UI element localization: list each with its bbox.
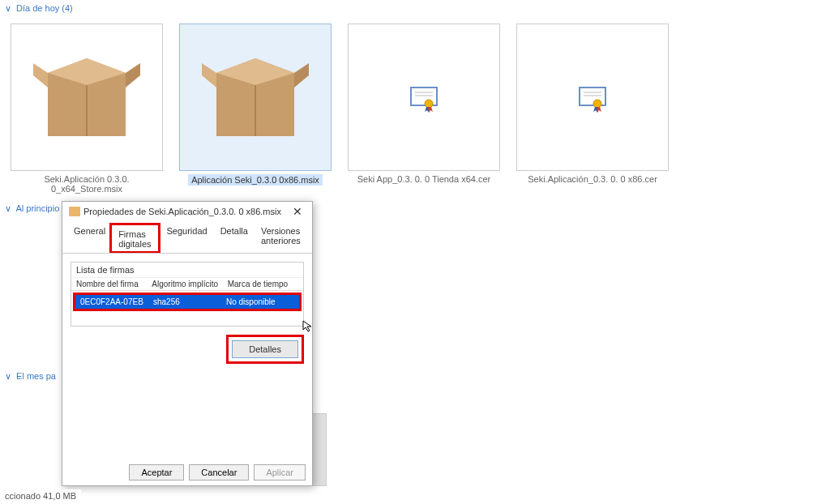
chevron-down-icon: ∨ [5, 3, 11, 14]
group-header-last-month[interactable]: ∨ El mes pa [0, 368, 61, 385]
apply-button[interactable]: Aplicar [254, 464, 306, 481]
status-bar: ccionado 41,0 MB [0, 489, 81, 504]
dialog-titlebar: Propiedades de Seki.Aplicación_0.3.0. 0 … [62, 202, 312, 221]
details-button[interactable]: Detalles [232, 340, 298, 358]
properties-dialog: Propiedades de Seki.Aplicación_0.3.0. 0 … [62, 201, 313, 486]
svg-marker-8 [294, 63, 309, 88]
sig-timestamp: No disponible [226, 297, 294, 306]
details-area: Detalles [71, 335, 304, 364]
file-label: Aplicación Seki_0.3.0 0x86.msix [188, 174, 323, 186]
tab-general[interactable]: General [67, 223, 112, 253]
file-label: Seki App_0.3. 0. 0 Tienda x64.cer [357, 174, 491, 184]
signature-list: Lista de firmas Nombre del firma Algorit… [71, 262, 304, 327]
file-thumb [179, 23, 332, 171]
tab-digital-signatures[interactable]: Firmas digitales [112, 226, 157, 251]
dialog-buttons: Aceptar Cancelar Aplicar [129, 464, 306, 481]
certificate-icon [408, 81, 440, 113]
tab-details[interactable]: Detalla [214, 223, 255, 253]
tab-bar: General Firmas digitales Seguridad Detal… [62, 221, 312, 254]
cancel-button[interactable]: Cancelar [189, 464, 249, 481]
column-headers: Nombre del firma Algoritmo implícito Mar… [71, 278, 303, 291]
file-item[interactable]: Seki.Aplicación 0.3.0. 0_x64_Store.msix [10, 23, 164, 194]
tab-security[interactable]: Seguridad [160, 223, 214, 253]
col-algorithm[interactable]: Algoritmo implícito [152, 280, 222, 288]
cursor-icon [302, 320, 315, 333]
svg-point-13 [425, 100, 433, 108]
file-label: Seki.Aplicación_0.3. 0. 0 x86.cer [528, 174, 657, 184]
folder-icon [69, 207, 80, 216]
tab-previous-versions[interactable]: Versiones anteriores [255, 223, 307, 253]
file-item[interactable]: Seki.Aplicación_0.3. 0. 0 x86.cer [516, 23, 670, 194]
file-grid: Seki.Aplicación 0.3.0. 0_x64_Store.msix … [0, 17, 830, 200]
ok-button[interactable]: Aceptar [129, 464, 184, 481]
list-title: Lista de firmas [71, 263, 303, 278]
signature-row[interactable]: 0EC0F2AA-07EB sha256 No disponible [75, 295, 299, 309]
file-thumb [516, 23, 669, 171]
group-label: Día de hoy (4) [16, 3, 73, 13]
group-header-today[interactable]: ∨ Día de hoy (4) [0, 0, 830, 17]
chevron-down-icon: ∨ [5, 203, 11, 214]
file-label: Seki.Aplicación 0.3.0. 0_x64_Store.msix [10, 174, 164, 194]
highlight-box: Detalles [226, 335, 304, 364]
svg-marker-3 [126, 63, 140, 88]
highlight-box: 0EC0F2AA-07EB sha256 No disponible [73, 293, 302, 311]
sig-algorithm: sha256 [153, 297, 221, 306]
sig-signer: 0EC0F2AA-07EB [80, 297, 148, 306]
dialog-title-text: Propiedades de Seki.Aplicación_0.3.0. 0 … [83, 207, 281, 216]
col-timestamp[interactable]: Marca de tiempo [228, 280, 298, 288]
partial-thumb [312, 413, 327, 486]
package-icon [195, 36, 316, 158]
svg-marker-7 [202, 63, 216, 88]
file-item[interactable]: Aplicación Seki_0.3.0 0x86.msix [178, 23, 332, 194]
close-icon[interactable]: ✕ [289, 205, 306, 218]
file-thumb [11, 23, 163, 171]
package-icon [26, 36, 148, 158]
certificate-icon [576, 81, 609, 113]
group-label: El mes pa [16, 371, 56, 381]
file-thumb [348, 23, 500, 171]
svg-point-17 [593, 100, 601, 108]
highlight-box: Firmas digitales [109, 223, 160, 253]
file-item[interactable]: Seki App_0.3. 0. 0 Tienda x64.cer [347, 23, 501, 194]
svg-marker-2 [33, 63, 48, 88]
col-signer[interactable]: Nombre del firma [76, 280, 147, 288]
chevron-down-icon: ∨ [5, 371, 11, 382]
